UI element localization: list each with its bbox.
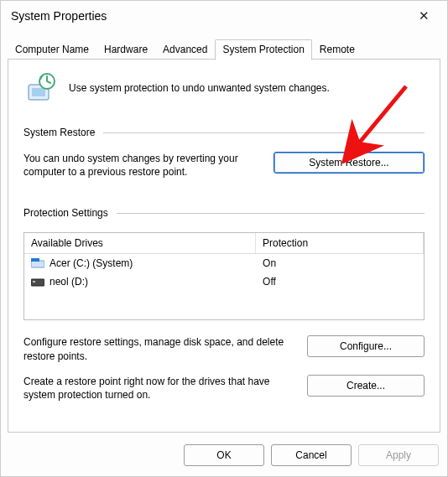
protection-settings-heading: Protection Settings <box>23 207 108 219</box>
tab-hardware[interactable]: Hardware <box>96 39 155 60</box>
drives-table-header: Available Drives Protection <box>24 233 424 254</box>
system-protection-icon <box>23 71 57 105</box>
configure-row: Configure restore settings, manage disk … <box>23 335 425 362</box>
svg-rect-4 <box>31 261 44 267</box>
system-restore-heading: System Restore <box>23 127 95 138</box>
drive-name: Acer (C:) (System) <box>49 257 133 269</box>
protection-cell: On <box>256 254 424 272</box>
create-row: Create a restore point right now for the… <box>23 375 425 402</box>
tab-system-protection[interactable]: System Protection <box>215 39 311 60</box>
drives-table: Available Drives Protection Acer (C:) (S… <box>23 232 425 320</box>
apply-button[interactable]: Apply <box>358 444 439 466</box>
window-title: System Properties <box>11 9 410 23</box>
divider <box>117 213 425 214</box>
tab-computer-name[interactable]: Computer Name <box>8 39 96 60</box>
system-properties-window: System Properties ✕ Computer Name Hardwa… <box>0 0 448 477</box>
column-available-drives[interactable]: Available Drives <box>24 233 256 253</box>
intro-row: Use system protection to undo unwanted s… <box>23 71 425 105</box>
cancel-button[interactable]: Cancel <box>271 444 352 466</box>
drive-icon <box>31 277 44 287</box>
configure-button[interactable]: Configure... <box>307 335 425 357</box>
close-icon[interactable]: ✕ <box>410 8 437 23</box>
create-text: Create a restore point right now for the… <box>23 375 290 402</box>
column-protection[interactable]: Protection <box>256 233 424 253</box>
tab-remote[interactable]: Remote <box>312 39 362 60</box>
dialog-button-bar: OK Cancel Apply <box>1 438 447 476</box>
system-restore-row: You can undo system changes by reverting… <box>23 152 425 179</box>
svg-rect-2 <box>32 88 45 96</box>
svg-rect-7 <box>33 281 35 283</box>
titlebar: System Properties ✕ <box>1 1 447 31</box>
protection-cell: Off <box>256 272 424 291</box>
tab-advanced[interactable]: Advanced <box>155 39 215 60</box>
drive-cell: Acer (C:) (System) <box>24 254 256 272</box>
intro-text: Use system protection to undo unwanted s… <box>69 82 330 94</box>
system-restore-header: System Restore <box>23 127 425 138</box>
svg-rect-5 <box>31 258 39 262</box>
drives-table-body: Acer (C:) (System) On neol (D:) Off <box>24 254 424 319</box>
system-protection-panel: Use system protection to undo unwanted s… <box>8 60 440 433</box>
create-button[interactable]: Create... <box>307 375 425 397</box>
tab-strip: Computer Name Hardware Advanced System P… <box>1 39 447 60</box>
table-row[interactable]: Acer (C:) (System) On <box>24 254 424 272</box>
table-row[interactable]: neol (D:) Off <box>24 272 424 291</box>
system-restore-button[interactable]: System Restore... <box>273 152 425 174</box>
drive-cell: neol (D:) <box>24 272 256 291</box>
drive-name: neol (D:) <box>49 276 88 288</box>
configure-text: Configure restore settings, manage disk … <box>23 335 290 362</box>
system-restore-description: You can undo system changes by reverting… <box>23 152 257 179</box>
divider <box>103 132 425 133</box>
drive-system-icon <box>31 258 44 268</box>
ok-button[interactable]: OK <box>184 444 264 466</box>
protection-settings-header: Protection Settings <box>23 207 425 219</box>
